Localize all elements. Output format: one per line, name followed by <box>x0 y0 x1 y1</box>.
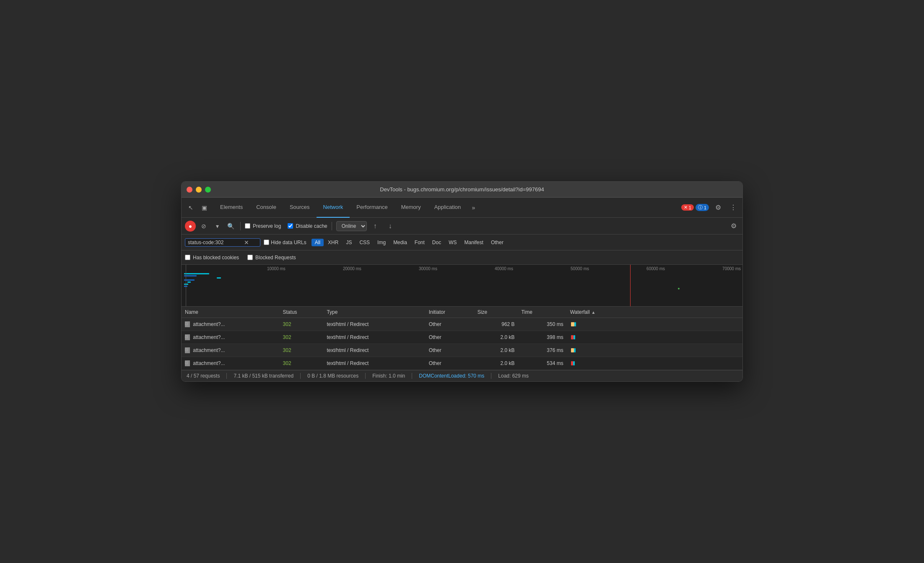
timeline-green-dot <box>678 288 680 289</box>
tab-network[interactable]: Network <box>317 198 350 218</box>
tab-application[interactable]: Application <box>428 198 468 218</box>
tabs-right: ✕ 1 ⓘ 1 ⚙ ⋮ <box>681 202 739 214</box>
more-tabs-button[interactable]: » <box>467 202 479 214</box>
has-blocked-cookies-input[interactable] <box>185 255 190 260</box>
col-header-status[interactable]: Status <box>280 307 324 318</box>
tab-console[interactable]: Console <box>249 198 283 218</box>
file-icon: □ <box>185 334 190 340</box>
tab-elements[interactable]: Elements <box>213 198 249 218</box>
timeline-label-5: 60000 ms <box>591 266 667 271</box>
type-filter-js[interactable]: JS <box>343 239 355 246</box>
cell-type: text/html / Redirect <box>323 318 425 331</box>
network-toolbar: ● ⊘ ▾ 🔍 Preserve log Disable cache <box>182 218 742 235</box>
search-button[interactable]: 🔍 <box>225 221 236 232</box>
type-filter-media[interactable]: Media <box>390 239 410 246</box>
type-filter-img[interactable]: Img <box>374 239 389 246</box>
network-settings-button[interactable]: ⚙ <box>728 221 739 232</box>
preserve-log-input[interactable] <box>245 223 250 229</box>
table-row[interactable]: □ attachment?... 302 text/html / Redirec… <box>182 318 742 331</box>
disable-cache-checkbox[interactable]: Disable cache <box>288 223 327 229</box>
status-resources: 0 B / 1.8 MB resources <box>301 373 366 379</box>
close-button[interactable] <box>187 187 192 193</box>
network-throttle-select[interactable]: Online <box>336 221 367 231</box>
tab-sources[interactable]: Sources <box>283 198 317 218</box>
wf-bar <box>571 361 573 365</box>
type-filter-ws[interactable]: WS <box>445 239 460 246</box>
col-header-type[interactable]: Type <box>323 307 425 318</box>
cell-status: 302 <box>280 357 324 370</box>
waterfall-timeline: 10000 ms 20000 ms 30000 ms 40000 ms 5000… <box>182 265 742 307</box>
cell-initiator: Other <box>426 344 474 357</box>
network-table-container: Name Status Type Initiator Size Time Wat… <box>182 307 742 370</box>
record-button[interactable]: ● <box>185 221 196 232</box>
error-badge[interactable]: ✕ 1 <box>681 204 694 211</box>
filter-input[interactable] <box>188 240 242 245</box>
settings-button[interactable]: ⚙ <box>712 202 724 214</box>
table-row[interactable]: □ attachment?... 302 text/html / Redirec… <box>182 357 742 370</box>
blocked-requests-filter[interactable]: Blocked Requests <box>247 255 296 261</box>
type-filter-font[interactable]: Font <box>411 239 428 246</box>
type-filter-manifest[interactable]: Manifest <box>461 239 487 246</box>
upload-download: ↑ ↓ <box>369 220 396 232</box>
waterfall-bar-container <box>570 346 654 354</box>
cell-size: 2.0 kB <box>474 331 518 344</box>
tab-performance[interactable]: Performance <box>350 198 394 218</box>
download-button[interactable]: ↓ <box>384 220 396 232</box>
waterfall-header-label: Waterfall <box>570 309 590 315</box>
filter-bar: ✕ Hide data URLs All XHR JS CSS Img Medi… <box>182 235 742 250</box>
tab-memory[interactable]: Memory <box>395 198 428 218</box>
warn-badge[interactable]: ⓘ 1 <box>696 204 709 211</box>
stop-button[interactable]: ⊘ <box>198 221 209 232</box>
minimize-button[interactable] <box>196 187 202 193</box>
table-row[interactable]: □ attachment?... 302 text/html / Redirec… <box>182 344 742 357</box>
sort-arrow-icon: ▲ <box>592 310 596 315</box>
cell-status: 302 <box>280 344 324 357</box>
type-filter-xhr[interactable]: XHR <box>324 239 342 246</box>
status-dom-loaded: DOMContentLoaded: 570 ms <box>412 373 491 379</box>
col-header-name[interactable]: Name <box>182 307 280 318</box>
filter-button[interactable]: ▾ <box>212 221 223 232</box>
status-transferred: 7.1 kB / 515 kB transferred <box>227 373 301 379</box>
toolbar-checkboxes: Preserve log Disable cache <box>245 223 327 229</box>
filter-input-wrapper: ✕ <box>185 238 260 247</box>
timeline-label-6: 70000 ms <box>667 266 742 271</box>
overflow-menu-button[interactable]: ⋮ <box>727 202 739 214</box>
blocked-requests-input[interactable] <box>247 255 253 260</box>
devtools-body: ↖ ▣ Elements Console Sources Network Per… <box>182 198 742 381</box>
cursor-icon[interactable]: ↖ <box>185 202 197 214</box>
cell-size: 962 B <box>474 318 518 331</box>
cell-status: 302 <box>280 318 324 331</box>
titlebar: DevTools - bugs.chromium.org/p/chromium/… <box>182 182 742 198</box>
hide-data-urls-input[interactable] <box>264 240 269 245</box>
file-icon: □ <box>185 360 190 366</box>
waterfall-bar-container <box>570 333 654 341</box>
cell-waterfall <box>567 318 742 331</box>
table-header: Name Status Type Initiator Size Time Wat… <box>182 307 742 318</box>
filter-clear-button[interactable]: ✕ <box>244 240 249 245</box>
hide-data-urls-checkbox[interactable]: Hide data URLs <box>264 240 306 245</box>
col-header-initiator[interactable]: Initiator <box>426 307 474 318</box>
toolbar-divider-1 <box>240 222 241 230</box>
device-icon[interactable]: ▣ <box>198 202 210 214</box>
upload-button[interactable]: ↑ <box>369 220 381 232</box>
maximize-button[interactable] <box>205 187 211 193</box>
main-content: ● ⊘ ▾ 🔍 Preserve log Disable cache <box>182 218 742 381</box>
cell-type: text/html / Redirect <box>323 357 425 370</box>
cell-type: text/html / Redirect <box>323 344 425 357</box>
col-header-time[interactable]: Time <box>518 307 567 318</box>
type-filter-other[interactable]: Other <box>488 239 507 246</box>
cell-time: 376 ms <box>518 344 567 357</box>
col-header-waterfall[interactable]: Waterfall ▲ <box>567 307 742 318</box>
network-table: Name Status Type Initiator Size Time Wat… <box>182 307 742 370</box>
disable-cache-input[interactable] <box>288 223 293 229</box>
has-blocked-cookies-filter[interactable]: Has blocked cookies <box>185 255 239 261</box>
cell-size: 2.0 kB <box>474 357 518 370</box>
type-filter-all[interactable]: All <box>311 239 324 246</box>
preserve-log-checkbox[interactable]: Preserve log <box>245 223 281 229</box>
timeline-label-1: 20000 ms <box>287 266 363 271</box>
cell-waterfall <box>567 357 742 370</box>
col-header-size[interactable]: Size <box>474 307 518 318</box>
type-filter-doc[interactable]: Doc <box>429 239 444 246</box>
table-row[interactable]: □ attachment?... 302 text/html / Redirec… <box>182 331 742 344</box>
type-filter-css[interactable]: CSS <box>356 239 373 246</box>
